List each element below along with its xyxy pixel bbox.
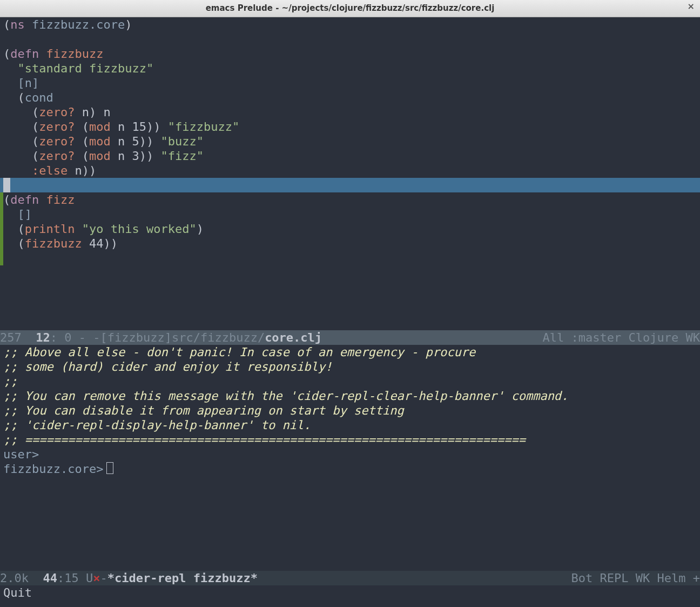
- repl-prompt-ns: fizzbuzz.core>: [3, 462, 103, 476]
- filename: core.clj: [265, 330, 322, 345]
- repl-comment: ;;: [3, 375, 18, 388]
- repl-comment: ;; Above all else - don't panic! In case…: [3, 345, 475, 359]
- project-name: [fizzbuzz]: [100, 330, 171, 345]
- arg-n: n: [82, 105, 89, 119]
- dash: -: [100, 571, 107, 585]
- code-buffer[interactable]: (ns fizzbuzz.core) (defn fizzbuzz "stand…: [0, 17, 700, 251]
- str-yo: "yo this worked": [82, 222, 197, 236]
- repl-window[interactable]: ;; Above all else - don't panic! In case…: [0, 345, 700, 571]
- modified-icon: ×: [93, 571, 100, 585]
- arglist: []: [18, 208, 32, 221]
- num-15: 15: [132, 120, 146, 134]
- defn-keyword: defn: [10, 47, 39, 61]
- ns-name: fizzbuzz.core: [32, 18, 125, 31]
- mod-call: mod: [89, 135, 111, 148]
- close-icon[interactable]: ×: [688, 2, 695, 11]
- fn-name: fizzbuzz: [46, 47, 103, 61]
- docstring: "standard fizzbuzz": [18, 62, 154, 75]
- println-call: println: [25, 222, 75, 236]
- ret-n: n: [75, 164, 82, 177]
- arg-n: n: [118, 149, 125, 163]
- num-3: 3: [132, 149, 139, 163]
- arg-n: n: [118, 135, 125, 148]
- line-number: 44: [43, 571, 57, 585]
- zero?-call: zero?: [39, 135, 75, 148]
- zero?-call: zero?: [39, 105, 75, 119]
- else-keyword: :else: [32, 164, 68, 177]
- diff-fringe-mark: [0, 192, 3, 265]
- repl-cursor: [106, 462, 113, 474]
- repl-buffer[interactable]: ;; Above all else - don't panic! In case…: [0, 345, 700, 476]
- modeline-right: All :master Clojure WK: [543, 330, 700, 345]
- modeline-right: Bot REPL WK Helm +: [571, 571, 700, 585]
- emacs-frame: (ns fizzbuzz.core) (defn fizzbuzz "stand…: [0, 17, 700, 607]
- repl-comment: ;; some (hard) cider and enjoy it respon…: [3, 360, 332, 373]
- zero?-call: zero?: [39, 120, 75, 134]
- arg-n: n: [118, 120, 125, 134]
- zero?-call: zero?: [39, 149, 75, 163]
- repl-comment: ;; You can remove this message with the …: [3, 389, 568, 403]
- modeline-top[interactable]: 257 12: 0 - -[fizzbuzz]src/fizzbuzz/core…: [0, 330, 700, 345]
- window-titlebar[interactable]: emacs Prelude - ~/projects/clojure/fizzb…: [0, 0, 700, 17]
- repl-comment: ;; You can disable it from appearing on …: [3, 404, 404, 417]
- fn-name: fizz: [46, 193, 75, 206]
- minibuffer[interactable]: Quit: [0, 585, 700, 607]
- encoding-flag: U: [79, 571, 93, 585]
- num-5: 5: [132, 135, 139, 148]
- mod-call: mod: [89, 120, 111, 134]
- filename: *cider-repl fizzbuzz*: [107, 571, 258, 585]
- ns-keyword: ns: [10, 18, 25, 31]
- editor-window-core[interactable]: (ns fizzbuzz.core) (defn fizzbuzz "stand…: [0, 17, 700, 330]
- cond-keyword: cond: [25, 91, 53, 104]
- fizzbuzz-call: fizzbuzz: [25, 237, 82, 250]
- arglist: [n]: [18, 76, 39, 90]
- col-number: 15: [64, 571, 79, 585]
- defn-keyword: defn: [10, 193, 39, 206]
- repl-comment: ;; =====================================…: [3, 433, 526, 446]
- hl-line: [0, 178, 700, 192]
- mod-call: mod: [89, 149, 111, 163]
- buffer-size: 257: [0, 330, 22, 345]
- buffer-size: 2.0k: [0, 571, 29, 585]
- line-number: 12: [36, 330, 50, 345]
- ret-n: n: [103, 105, 110, 119]
- repl-prompt-user: user>: [3, 448, 39, 461]
- path: src/fizzbuzz/: [172, 330, 265, 345]
- str-buzz: "buzz": [160, 135, 203, 148]
- window-title: emacs Prelude - ~/projects/clojure/fizzb…: [0, 1, 700, 16]
- flags: - -: [72, 330, 100, 345]
- col-number: 0: [64, 330, 71, 345]
- str-fizzbuzz: "fizzbuzz": [168, 120, 239, 134]
- num-44: 44: [89, 237, 104, 250]
- str-fizz: "fizz": [160, 149, 203, 163]
- repl-comment: ;; 'cider-repl-display-help-banner' to n…: [3, 418, 311, 432]
- modeline-bottom[interactable]: 2.0k 44:15 U×-*cider-repl fizzbuzz* Bot …: [0, 571, 700, 585]
- minibuffer-message: Quit: [3, 586, 32, 599]
- cursor: [3, 178, 10, 192]
